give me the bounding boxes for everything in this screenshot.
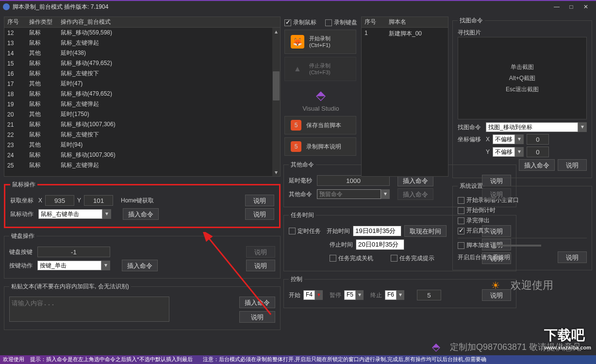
x-input[interactable]	[45, 195, 74, 206]
script-row[interactable]: 1新建脚本_00	[362, 28, 448, 40]
vs-label: Visual Studio	[284, 105, 357, 112]
table-header: 序号 操作类型 操作内容_前台模式	[4, 17, 280, 28]
mouse-op-legend: 鼠标操作	[10, 181, 37, 189]
findimg-group: 找图命令 寻找图片 单击截图 Alt+Q截图 Esc退出截图 找图命令 找图_移…	[452, 17, 592, 178]
x-offset-select[interactable]: 不偏移▾	[493, 134, 524, 144]
html5-icon: 5	[291, 120, 301, 131]
table-row[interactable]: 21鼠标鼠标_移动(1007,306)	[4, 119, 280, 130]
th-type: 操作类型	[29, 18, 61, 26]
html5-icon: 5	[291, 141, 301, 152]
keyboard-legend: 键盘操作	[9, 232, 36, 240]
keyop-insert-btn[interactable]: 插入命令	[122, 260, 158, 271]
key-help-btn[interactable]: 说明	[246, 246, 275, 258]
save-script-btn[interactable]: 5 保存当前脚本	[284, 116, 356, 134]
dropdown-icon[interactable]: ▾	[315, 290, 323, 300]
table-row[interactable]: 19鼠标鼠标_左键弹起	[4, 99, 280, 109]
c2-check[interactable]: 开始倒计时	[458, 206, 496, 215]
sun-icon: ☀	[491, 280, 503, 291]
y-input[interactable]	[84, 195, 113, 206]
control-legend: 控制	[289, 275, 304, 283]
operations-table[interactable]: 序号 操作类型 操作内容_前台模式 12鼠标鼠标_移动(559,598)13鼠标…	[4, 17, 281, 177]
keyaction-label: 按键动作	[9, 262, 34, 270]
paste-textarea[interactable]	[9, 297, 169, 322]
th-content: 操作内容_前台模式	[61, 18, 277, 26]
othercmd-label: 其他命令	[289, 190, 314, 199]
sys-help-btn[interactable]: 说明	[558, 251, 587, 263]
findimg-help-btn[interactable]: 说明	[558, 159, 587, 171]
table-row[interactable]: 16鼠标鼠标_左键按下	[4, 68, 280, 79]
paste-help-btn[interactable]: 说明	[239, 311, 275, 323]
accel-slider[interactable]	[493, 245, 541, 247]
start-time-label: 开始时间	[327, 227, 350, 235]
keyboard-op-group: 键盘操作 键盘按键 说明 按键动作 按键_单击 ▾ 插入命令 说明	[4, 232, 281, 279]
scrollbar[interactable]: ▴ ▾	[272, 28, 280, 176]
rec-mouse-check[interactable]: 录制鼠标	[284, 18, 316, 27]
minimize-button[interactable]: —	[549, 2, 564, 12]
table-row[interactable]: 17其他延时(47)	[4, 79, 280, 89]
mouseop-help2-btn[interactable]: 说明	[245, 208, 274, 220]
table-row[interactable]: 14其他延时(438)	[4, 48, 280, 58]
rec-keyboard-check[interactable]: 录制键盘	[325, 18, 357, 27]
table-row[interactable]: 23其他延时(94)	[4, 140, 280, 150]
stop-time-label: 停止时间	[330, 241, 353, 249]
app-icon	[3, 3, 10, 10]
y-offset-input[interactable]	[527, 147, 549, 157]
screenshot-preview[interactable]: 单击截图 Alt+Q截图 Esc退出截图	[458, 37, 587, 119]
start-label: 开始	[289, 291, 300, 299]
key-input[interactable]	[37, 247, 110, 257]
scroll-thumb[interactable]	[273, 71, 280, 100]
other-legend: 其他命令	[289, 161, 316, 169]
keyaction-value: 按键_单击	[37, 261, 101, 270]
keyaction-select[interactable]: 按键_单击 ▾	[37, 261, 110, 270]
x-label: X	[38, 197, 42, 204]
y-label: Y	[77, 197, 81, 204]
table-row[interactable]: 20其他延时(1750)	[4, 109, 280, 119]
table-row[interactable]: 22鼠标鼠标_左键按下	[4, 130, 280, 140]
table-row[interactable]: 15鼠标鼠标_移动(479,652)	[4, 58, 280, 68]
script-list[interactable]: 序号脚本名 1新建脚本_00	[361, 17, 448, 177]
table-row[interactable]: 18鼠标鼠标_移动(479,652)	[4, 89, 280, 99]
task-legend: 任务时间	[289, 211, 316, 219]
table-row[interactable]: 12鼠标鼠标_移动(559,598)	[4, 28, 280, 38]
start-key-select[interactable]: F4▾	[303, 290, 323, 300]
dropdown-icon[interactable]: ▾	[578, 122, 587, 132]
table-row[interactable]: 25鼠标鼠标_左键弹起	[4, 160, 280, 170]
x-offset-input[interactable]	[527, 134, 549, 145]
dropdown-icon[interactable]: ▾	[515, 147, 524, 157]
accel-check[interactable]: 脚本加速	[458, 241, 490, 249]
table-row[interactable]: 24鼠标鼠标_移动(1007,306)	[4, 150, 280, 160]
maximize-button[interactable]: □	[564, 2, 579, 12]
offset-label: 坐标偏移	[458, 135, 483, 144]
findpic-label: 寻找图片	[458, 29, 587, 37]
keyop-help-btn[interactable]: 说明	[246, 260, 275, 271]
mouseop-insert-btn[interactable]: 插入命令	[123, 208, 159, 220]
scroll-down-icon[interactable]: ▾	[272, 168, 280, 176]
dropdown-icon[interactable]: ▾	[515, 134, 524, 144]
c4-check[interactable]: 开启真实	[458, 227, 490, 235]
dropdown-icon[interactable]: ▾	[102, 209, 111, 219]
findimg-insert-btn[interactable]: 插入命令	[519, 159, 555, 171]
scroll-up-icon[interactable]: ▴	[272, 28, 280, 35]
y-offset-select[interactable]: 不偏移▾	[493, 147, 524, 157]
system-group: 系统设置 开始录制缩小主窗口 开始倒计时 录完弹出 开启真实 脚本加速 开启后台…	[452, 182, 592, 270]
start-record-btn[interactable]: 🦊 开始录制(Ctrl+F1)	[284, 30, 356, 54]
mouseop-help-btn[interactable]: 说明	[245, 195, 274, 206]
status-bar: 欢迎使用 提示：插入命令是在左上角选中命令之后插入*不选中默认插入到最后 注意：…	[0, 355, 596, 364]
bottom-banner: ⬘ 定制加Q987063871 敬请提供意见	[0, 339, 596, 355]
close-button[interactable]: ✕	[579, 2, 593, 12]
dropdown-icon[interactable]: ▾	[101, 261, 110, 270]
vs-icon: ⬘	[432, 341, 440, 353]
mouse-action-select[interactable]: 鼠标_右键单击 ▾	[38, 209, 111, 219]
table-row[interactable]: 13鼠标鼠标_左键弹起	[4, 38, 280, 48]
other-insert2-btn: 插入命令	[397, 188, 433, 200]
record-help-btn[interactable]: 5 录制脚本说明	[284, 137, 356, 156]
vs-icon: ⬘	[284, 88, 357, 103]
findcmd-select[interactable]: 找图_移动到坐标▾	[486, 122, 587, 132]
c3-check[interactable]: 录完弹出	[458, 216, 490, 225]
paste-insert-btn[interactable]: 插入命令	[239, 297, 275, 308]
mouse-op-group: 鼠标操作 获取坐标 X Y Home键获取 说明 鼠标动作 鼠标_右键单击 ▾ …	[4, 181, 281, 228]
pause-key-select[interactable]: F5▾	[344, 290, 364, 300]
get-coord-label: 获取坐标	[10, 197, 35, 205]
timed-task-check[interactable]: 定时任务	[289, 227, 321, 235]
sys-legend: 系统设置	[458, 182, 485, 190]
